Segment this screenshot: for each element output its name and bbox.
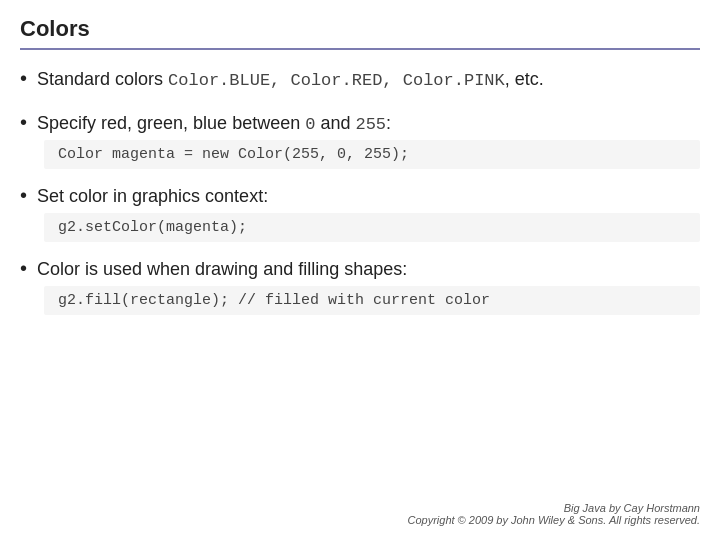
bullet-dot: • xyxy=(20,112,27,132)
list-item: • Set color in graphics context: g2.setC… xyxy=(20,185,700,242)
footer-line1: Big Java by Cay Horstmann xyxy=(407,502,700,514)
bullet-list: • Standard colors Color.BLUE, Color.RED,… xyxy=(20,68,700,315)
code-block-setcolor: g2.setColor(magenta); xyxy=(44,213,700,242)
bullet-text: • Color is used when drawing and filling… xyxy=(20,258,700,280)
inline-code-255: 255 xyxy=(355,115,386,134)
page-title: Colors xyxy=(20,16,90,41)
inline-code-standard: Color.BLUE, Color.RED, Color.PINK xyxy=(168,71,505,90)
list-item: • Specify red, green, blue between 0 and… xyxy=(20,112,700,169)
code-block-fill: g2.fill(rectangle); // filled with curre… xyxy=(44,286,700,315)
code-block-color: Color magenta = new Color(255, 0, 255); xyxy=(44,140,700,169)
bullet-label-standard: Standard colors Color.BLUE, Color.RED, C… xyxy=(37,69,544,90)
page: Colors • Standard colors Color.BLUE, Col… xyxy=(0,0,720,540)
title-section: Colors xyxy=(20,16,700,50)
bullet-text: • Set color in graphics context: xyxy=(20,185,700,207)
bullet-dot: • xyxy=(20,258,27,278)
footer-line2: Copyright © 2009 by John Wiley & Sons. A… xyxy=(407,514,700,526)
inline-code-zero: 0 xyxy=(305,115,315,134)
bullet-dot: • xyxy=(20,185,27,205)
list-item: • Standard colors Color.BLUE, Color.RED,… xyxy=(20,68,700,96)
footer: Big Java by Cay Horstmann Copyright © 20… xyxy=(407,502,700,526)
bullet-label-specify: Specify red, green, blue between 0 and 2… xyxy=(37,113,391,134)
list-item: • Color is used when drawing and filling… xyxy=(20,258,700,315)
bullet-label-fill: Color is used when drawing and filling s… xyxy=(37,259,407,280)
bullet-text: • Specify red, green, blue between 0 and… xyxy=(20,112,700,134)
bullet-label-setcolor: Set color in graphics context: xyxy=(37,186,268,207)
bullet-dot: • xyxy=(20,68,27,88)
bullet-text: • Standard colors Color.BLUE, Color.RED,… xyxy=(20,68,700,90)
